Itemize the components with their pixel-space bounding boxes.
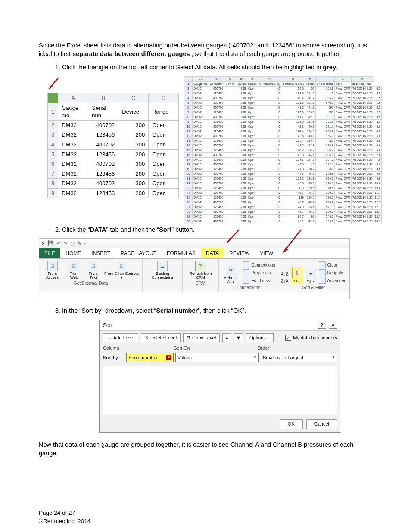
intro-paragraph: Since the Excel sheet lists data in alte…	[39, 41, 372, 58]
select-all-corner[interactable]	[48, 93, 58, 103]
big-col-header[interactable]: H	[305, 76, 315, 81]
big-col-header[interactable]: A	[193, 76, 209, 81]
step1-text-b: grey	[323, 64, 336, 71]
headers-checkbox-wrap[interactable]: ✓ My data has headers	[285, 335, 337, 341]
cell: 400702	[88, 120, 118, 130]
big-col-header[interactable]: B	[209, 76, 224, 81]
big-col-header[interactable]: E	[247, 76, 258, 81]
sort-asc-button[interactable]: A↓Z	[281, 271, 289, 277]
filter-button[interactable]: ▼Filter	[306, 269, 316, 284]
connections-link[interactable]: Connections	[243, 261, 275, 268]
from-text-button[interactable]: □From Text	[85, 261, 102, 280]
order-dropdown[interactable]: Smallest to Largest▼	[261, 353, 337, 362]
cancel-button[interactable]: Cancel	[306, 419, 337, 429]
col-C[interactable]: C	[118, 93, 149, 103]
edit-links-link[interactable]: Edit Links	[243, 277, 275, 284]
filter-icon: ▼	[306, 269, 316, 279]
cell: Open	[149, 159, 179, 169]
big-col-header[interactable]: I	[315, 76, 334, 81]
row-header[interactable]: 5	[48, 149, 58, 159]
advanced-link[interactable]: Advanced	[319, 277, 346, 284]
big-col-header[interactable]: G	[281, 76, 305, 81]
refresh-crm-button[interactable]: ⟳Refresh from CRM	[185, 261, 216, 280]
sorton-dropdown[interactable]: Values▼	[175, 353, 259, 362]
properties-link[interactable]: Properties	[243, 269, 275, 276]
qat-icon2[interactable]: ✎	[77, 240, 81, 247]
row-header[interactable]: 7	[48, 169, 58, 179]
refresh-all-button[interactable]: ⟳Refresh All ▾	[221, 265, 240, 284]
from-other-sources-button[interactable]: □From Other Sources ▾	[104, 261, 140, 280]
row-header[interactable]: 3	[48, 130, 58, 140]
undo-icon[interactable]: ↶	[56, 240, 61, 247]
tab-insert[interactable]: INSERT	[86, 248, 115, 258]
sortby-dropdown[interactable]: Serial number▼	[126, 353, 174, 362]
close-button[interactable]: ✕	[329, 322, 337, 329]
chevron-down-icon: ▼	[332, 355, 335, 360]
excel-logo-icon: x	[42, 240, 45, 247]
cell: Open	[149, 149, 179, 159]
copy-level-button[interactable]: ⧉Copy Level	[183, 333, 220, 342]
big-col-header[interactable]: C	[224, 76, 236, 81]
s3b: Serial number	[156, 307, 198, 314]
col-D[interactable]: D	[149, 93, 179, 103]
group-title-conn: Connections	[237, 285, 261, 291]
clear-link[interactable]: Clear	[319, 261, 346, 268]
tab-view[interactable]: VIEW	[255, 248, 278, 258]
from-web-button[interactable]: □From Web	[65, 261, 82, 280]
big-col-header[interactable]: D	[236, 76, 247, 81]
cell: DM32	[58, 159, 88, 169]
tab-page-layout[interactable]: PAGE LAYOUT	[115, 248, 162, 258]
col-B[interactable]: B	[88, 93, 118, 103]
qat-icon[interactable]: ◌	[70, 240, 75, 247]
outro-paragraph: Now that data of each gauge are grouped …	[39, 441, 372, 457]
save-icon[interactable]: 💾	[47, 240, 54, 247]
existing-connections-button[interactable]: ☰Existing Connections	[145, 261, 180, 280]
row-header[interactable]: 9	[48, 188, 58, 198]
cell: Open	[149, 188, 179, 198]
redo-icon[interactable]: ↷	[63, 240, 68, 247]
step-3: In the “Sort by” dropdown, select “Seria…	[62, 307, 372, 315]
cell: 300	[118, 140, 149, 149]
move-up-button[interactable]: ▲	[222, 333, 231, 342]
row-header[interactable]: 8	[48, 179, 58, 189]
col-A[interactable]: A	[58, 93, 88, 103]
big-col-header[interactable]: K	[351, 76, 374, 81]
tab-formulas[interactable]: FORMULAS	[162, 248, 201, 258]
cell: 200	[118, 169, 149, 179]
source-icon: □	[69, 261, 79, 271]
x-icon: ✕	[145, 335, 149, 341]
row-header[interactable]: 1	[48, 103, 58, 120]
big-col-header[interactable]: J	[335, 76, 352, 81]
dialog-title: Sort	[103, 322, 112, 329]
row-header[interactable]: 2	[48, 120, 58, 130]
cell: 200	[118, 188, 149, 198]
cell: DM32	[58, 188, 88, 198]
row-header[interactable]: 4	[48, 140, 58, 149]
help-button[interactable]: ?	[318, 322, 326, 329]
tab-file[interactable]: FILE	[39, 248, 60, 258]
sort-button[interactable]: ⇅Sort	[291, 267, 303, 284]
refresh-icon: ⟳	[226, 265, 236, 275]
s2c: ” tab and then the “	[106, 226, 159, 233]
move-down-button[interactable]: ▼	[234, 333, 243, 342]
options-button[interactable]: Options...	[246, 333, 274, 342]
sortby-label: Sort by	[103, 355, 125, 361]
row-header[interactable]: 6	[48, 159, 58, 169]
ok-button[interactable]: OK	[280, 419, 303, 429]
properties-icon	[243, 269, 249, 276]
big-col-header[interactable]: F	[258, 76, 281, 81]
s3c: ”, then click “OK”.	[198, 307, 246, 314]
tab-data[interactable]: DATA	[201, 248, 224, 258]
add-level-button[interactable]: ＋Add Level	[103, 333, 138, 342]
cell: Open	[149, 130, 179, 140]
tab-review[interactable]: REVIEW	[224, 248, 255, 258]
delete-level-button[interactable]: ✕Delete Level	[141, 333, 181, 342]
reapply-link[interactable]: Reapply	[319, 269, 346, 276]
sort-desc-button[interactable]: Z↓A	[281, 278, 289, 284]
footer-copyright: ©Retrotec Inc. 2014	[39, 517, 372, 525]
tab-home[interactable]: HOME	[60, 248, 86, 258]
group-sort-filter: A↓Z Z↓A ⇅Sort ▼Filter Clear Reapply Adva…	[278, 259, 349, 292]
link-icon	[243, 261, 249, 268]
qat-more-icon[interactable]: ▾	[84, 241, 86, 246]
from-access-button[interactable]: □From Access	[42, 261, 63, 280]
